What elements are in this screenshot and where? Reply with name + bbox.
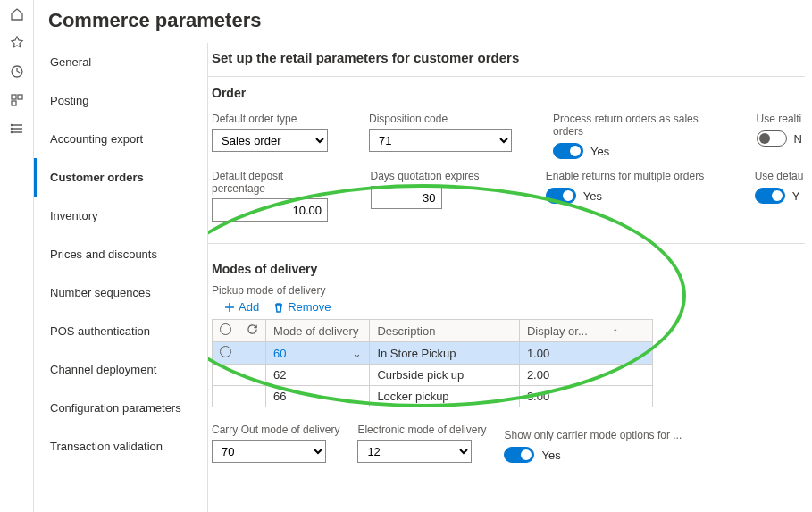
disposition-code-label: Disposition code — [369, 113, 512, 125]
left-rail — [0, 0, 34, 512]
use-default-text: Y — [792, 189, 800, 203]
use-realtime-text: N — [794, 132, 802, 146]
electronic-select[interactable]: 12 — [357, 440, 472, 463]
side-nav: General Posting Accounting export Custom… — [34, 43, 208, 512]
pickup-mode-label: Pickup mode of delivery — [212, 284, 325, 297]
mode-value: 60 — [273, 347, 286, 360]
svg-point-6 — [11, 131, 12, 132]
nav-label: POS authentication — [50, 324, 150, 338]
history-icon[interactable] — [8, 63, 26, 80]
desc-cell: In Store Pickup — [370, 342, 519, 365]
nav-label: Accounting export — [50, 132, 143, 146]
display-cell: 1.00 — [519, 342, 652, 365]
row-select[interactable] — [213, 342, 239, 365]
add-button[interactable]: Add — [224, 300, 259, 314]
show-only-carrier-label: Show only carrier mode options for ... — [504, 429, 682, 441]
nav-item-configuration-parameters[interactable]: Configuration parameters — [34, 389, 207, 427]
process-return-toggle[interactable] — [553, 143, 583, 159]
process-return-label: Process return orders as sales orders — [553, 113, 716, 138]
modes-section: Modes of delivery Pickup mode of deliver… — [208, 262, 805, 463]
use-default-toggle[interactable] — [755, 188, 785, 204]
sort-ascending-icon: ↑ — [612, 324, 618, 338]
enable-returns-text: Yes — [583, 189, 602, 203]
nav-item-posting[interactable]: Posting — [34, 81, 207, 120]
nav-item-accounting-export[interactable]: Accounting export — [34, 120, 207, 158]
show-only-carrier-text: Yes — [541, 449, 560, 462]
nav-label: Channel deployment — [50, 363, 156, 376]
use-realtime-label: Use realti — [757, 113, 805, 125]
refresh-icon — [247, 323, 258, 335]
mode-cell[interactable]: 60 ⌄ — [266, 342, 370, 365]
nav-item-customer-orders[interactable]: Customer orders — [34, 158, 207, 197]
default-order-type-label: Default order type — [212, 113, 328, 125]
pickup-mode-grid: Mode of delivery Description Display or.… — [212, 319, 653, 407]
nav-label: Inventory — [50, 209, 97, 222]
nav-label: General — [50, 55, 91, 69]
disposition-code-select[interactable]: 71 — [369, 129, 512, 152]
nav-label: Prices and discounts — [50, 248, 157, 261]
desc-cell: Curbside pick up — [370, 365, 519, 386]
page-title: Commerce parameters — [34, 0, 812, 43]
days-quotation-input[interactable] — [371, 186, 442, 209]
days-quotation-label: Days quotation expires — [371, 170, 505, 182]
grid-select-all[interactable] — [213, 320, 239, 342]
nav-label: Posting — [50, 94, 88, 107]
order-heading: Order — [212, 86, 805, 107]
use-default-label: Use defau — [755, 170, 805, 182]
section-title: Set up the retail parameters for custome… — [208, 43, 805, 76]
nav-item-general[interactable]: General — [34, 43, 207, 81]
svg-rect-2 — [18, 95, 22, 99]
enable-returns-label: Enable returns for multiple orders — [546, 170, 714, 182]
order-section: Order Default order type Sales order Dis… — [208, 76, 805, 244]
mode-cell[interactable]: 62 — [266, 365, 370, 386]
show-only-carrier-toggle[interactable] — [504, 447, 534, 463]
svg-point-4 — [11, 124, 12, 125]
carry-out-select[interactable]: 70 — [212, 440, 326, 463]
use-realtime-toggle[interactable] — [757, 130, 787, 147]
star-icon[interactable] — [8, 34, 26, 52]
mode-cell[interactable]: 66 — [266, 386, 370, 407]
default-order-type-select[interactable]: Sales order — [212, 129, 328, 152]
electronic-label: Electronic mode of delivery — [357, 424, 486, 436]
module-icon[interactable] — [8, 91, 26, 109]
svg-point-5 — [11, 128, 12, 129]
list-icon[interactable] — [8, 120, 26, 138]
nav-item-transaction-validation[interactable]: Transaction validation — [34, 427, 207, 466]
table-row[interactable]: 62 Curbside pick up 2.00 — [213, 365, 653, 386]
table-row[interactable]: 60 ⌄ In Store Pickup 1.00 — [213, 342, 653, 365]
display-cell: 2.00 — [519, 365, 652, 386]
col-mode[interactable]: Mode of delivery — [266, 320, 370, 342]
display-cell: 3.00 — [519, 386, 652, 407]
trash-icon — [273, 302, 284, 313]
remove-button-label: Remove — [288, 300, 331, 314]
plus-icon — [224, 302, 235, 313]
add-button-label: Add — [239, 300, 259, 314]
nav-label: Number sequences — [50, 286, 151, 299]
nav-item-inventory[interactable]: Inventory — [34, 197, 207, 235]
nav-item-prices-discounts[interactable]: Prices and discounts — [34, 235, 207, 273]
home-icon[interactable] — [8, 5, 26, 23]
svg-rect-3 — [12, 101, 16, 105]
chevron-down-icon[interactable]: ⌄ — [352, 347, 362, 360]
nav-item-number-sequences[interactable]: Number sequences — [34, 273, 207, 312]
default-deposit-input[interactable] — [212, 198, 328, 222]
col-display-label: Display or... — [527, 324, 588, 338]
process-return-text: Yes — [590, 145, 609, 158]
nav-label: Customer orders — [50, 171, 144, 184]
col-display[interactable]: Display or... ↑ — [519, 320, 652, 342]
desc-cell: Locker pickup — [370, 386, 519, 407]
modes-heading: Modes of delivery — [212, 262, 805, 283]
svg-rect-1 — [12, 95, 16, 99]
nav-label: Transaction validation — [50, 440, 163, 453]
enable-returns-toggle[interactable] — [546, 188, 576, 204]
nav-label: Configuration parameters — [50, 401, 181, 415]
remove-button[interactable]: Remove — [273, 300, 331, 314]
carry-out-label: Carry Out mode of delivery — [212, 424, 339, 436]
table-row[interactable]: 66 Locker pickup 3.00 — [213, 386, 653, 407]
grid-refresh[interactable] — [239, 320, 266, 342]
default-deposit-label: Default deposit percentage — [212, 170, 330, 195]
col-desc[interactable]: Description — [370, 320, 519, 342]
nav-item-channel-deployment[interactable]: Channel deployment — [34, 350, 207, 389]
nav-item-pos-authentication[interactable]: POS authentication — [34, 312, 207, 350]
